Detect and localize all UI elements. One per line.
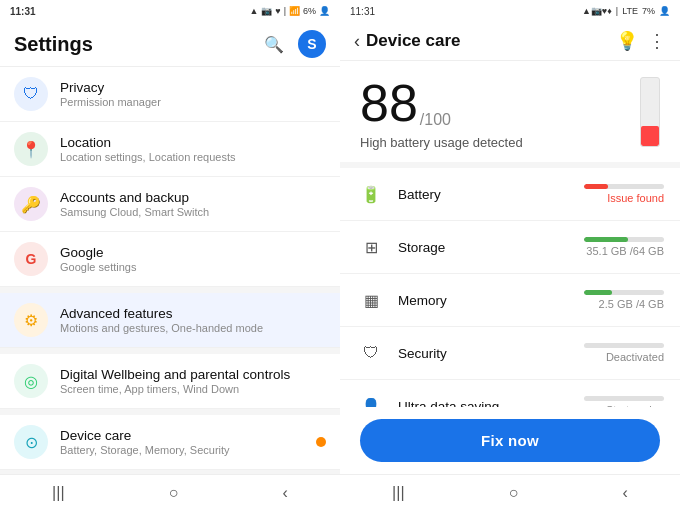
security-dc-right: Deactivated: [584, 343, 664, 363]
score-value: 88: [360, 74, 418, 132]
battery-dc-right: Issue found: [584, 184, 664, 204]
security-status: Deactivated: [606, 351, 664, 363]
dc-item-storage[interactable]: ⊞Storage35.1 GB /64 GB: [340, 221, 680, 274]
battery-dc-icon: 🔋: [356, 179, 386, 209]
dc-nav-back[interactable]: ‹: [613, 480, 638, 506]
more-icon[interactable]: ⋮: [648, 30, 666, 52]
security-dc-text: Security: [398, 346, 584, 361]
header-icons: 🔍 S: [260, 30, 326, 58]
profile-icon: 👤: [319, 6, 330, 16]
nav-home[interactable]: ○: [159, 480, 189, 506]
settings-item-accounts[interactable]: 🔑Accounts and backupSamsung Cloud, Smart…: [0, 177, 340, 232]
fix-now-button[interactable]: Fix now: [360, 419, 660, 462]
signal-icon: ▲: [249, 6, 258, 16]
camera-icon: 📷: [261, 6, 272, 16]
time-right: 11:31: [350, 6, 375, 17]
status-bar-right: 11:31 ▲📷♥♦ | LTE 7% 👤: [340, 0, 680, 22]
settings-item-devicecare[interactable]: ⊙Device careBattery, Storage, Memory, Se…: [0, 415, 340, 470]
settings-item-location[interactable]: 📍LocationLocation settings, Location req…: [0, 122, 340, 177]
nav-back[interactable]: ‹: [273, 480, 298, 506]
bulb-icon[interactable]: 💡: [616, 30, 638, 52]
storage-dc-text: Storage: [398, 240, 584, 255]
settings-item-advanced[interactable]: ⚙Advanced featuresMotions and gestures, …: [0, 293, 340, 348]
dc-item-memory[interactable]: ▦Memory2.5 GB /4 GB: [340, 274, 680, 327]
device-care-panel: 11:31 ▲📷♥♦ | LTE 7% 👤 ‹ Device care 💡 ⋮ …: [340, 0, 680, 510]
google-text: GoogleGoogle settings: [60, 245, 326, 273]
memory-bar: [584, 290, 664, 295]
battery-visual: [640, 77, 660, 147]
memory-dc-title: Memory: [398, 293, 584, 308]
sep: |: [284, 6, 286, 16]
search-button[interactable]: 🔍: [260, 30, 288, 58]
storage-dc-icon: ⊞: [356, 232, 386, 262]
lte-icon: LTE: [622, 6, 638, 16]
settings-panel: 11:31 ▲ 📷 ♥ | 📶 6% 👤 Settings 🔍 S 🛡Priva…: [0, 0, 340, 510]
dc-item-battery[interactable]: 🔋BatteryIssue found: [340, 168, 680, 221]
dc-nav-recents[interactable]: |||: [382, 480, 414, 506]
memory-dc-icon: ▦: [356, 285, 386, 315]
settings-item-wellbeing[interactable]: ◎Digital Wellbeing and parental controls…: [0, 354, 340, 409]
score-area: 88/100 High battery usage detected: [340, 61, 680, 162]
score-display: 88/100: [360, 77, 523, 129]
score-denom: /100: [420, 111, 451, 128]
notification-dot: [316, 437, 326, 447]
battery-dc-text: Battery: [398, 187, 584, 202]
dc-item-ultra[interactable]: 👤Ultra data savingStart saving: [340, 380, 680, 407]
google-subtitle: Google settings: [60, 261, 326, 273]
security-dc-title: Security: [398, 346, 584, 361]
memory-status: 2.5 GB /4 GB: [599, 298, 664, 310]
dc-nav-home[interactable]: ○: [499, 480, 529, 506]
wellbeing-text: Digital Wellbeing and parental controlsS…: [60, 367, 326, 395]
memory-dc-right: 2.5 GB /4 GB: [584, 290, 664, 310]
battery-fill: [641, 126, 659, 146]
battery-right: 7%: [642, 6, 655, 16]
settings-item-google[interactable]: GGoogleGoogle settings: [0, 232, 340, 287]
privacy-subtitle: Permission manager: [60, 96, 326, 108]
left-nav-bar: ||| ○ ‹: [0, 474, 340, 510]
devicecare-text: Device careBattery, Storage, Memory, Sec…: [60, 428, 326, 456]
devicecare-icon: ⊙: [14, 425, 48, 459]
privacy-text: PrivacyPermission manager: [60, 80, 326, 108]
google-icon: G: [14, 242, 48, 276]
wifi-icon: 📶: [289, 6, 300, 16]
fix-now-area: Fix now: [340, 407, 680, 474]
battery-bar: [584, 184, 664, 189]
devicecare-subtitle: Battery, Storage, Memory, Security: [60, 444, 326, 456]
dc-item-security[interactable]: 🛡SecurityDeactivated: [340, 327, 680, 380]
settings-list: 🛡PrivacyPermission manager📍LocationLocat…: [0, 67, 340, 474]
location-text: LocationLocation settings, Location requ…: [60, 135, 326, 163]
wellbeing-title: Digital Wellbeing and parental controls: [60, 367, 326, 382]
ultra-bar: [584, 396, 664, 401]
settings-header: Settings 🔍 S: [0, 22, 340, 67]
dc-items-list: 🔋BatteryIssue found⊞Storage35.1 GB /64 G…: [340, 168, 680, 407]
storage-dc-title: Storage: [398, 240, 584, 255]
user-avatar[interactable]: S: [298, 30, 326, 58]
score-message: High battery usage detected: [360, 135, 523, 150]
wellbeing-icon: ◎: [14, 364, 48, 398]
accounts-icon: 🔑: [14, 187, 48, 221]
storage-dc-right: 35.1 GB /64 GB: [584, 237, 664, 257]
advanced-subtitle: Motions and gestures, One-handed mode: [60, 322, 326, 334]
heart-icon: ♥: [275, 6, 280, 16]
back-arrow-icon: ‹: [354, 31, 360, 52]
right-nav-bar: ||| ○ ‹: [340, 474, 680, 510]
sep-right: |: [616, 6, 618, 16]
battery-status: Issue found: [607, 192, 664, 204]
security-dc-icon: 🛡: [356, 338, 386, 368]
advanced-text: Advanced featuresMotions and gestures, O…: [60, 306, 326, 334]
location-title: Location: [60, 135, 326, 150]
storage-status: 35.1 GB /64 GB: [586, 245, 664, 257]
settings-item-privacy[interactable]: 🛡PrivacyPermission manager: [0, 67, 340, 122]
ultra-dc-right: Start saving: [584, 396, 664, 407]
advanced-title: Advanced features: [60, 306, 326, 321]
back-button[interactable]: ‹ Device care: [354, 31, 461, 52]
status-icons-right: ▲📷♥♦ | LTE 7% 👤: [582, 6, 670, 16]
location-subtitle: Location settings, Location requests: [60, 151, 326, 163]
user-icon-right: 👤: [659, 6, 670, 16]
battery-pct-left: 6%: [303, 6, 316, 16]
settings-title: Settings: [14, 33, 93, 56]
accounts-title: Accounts and backup: [60, 190, 326, 205]
nav-recents[interactable]: |||: [42, 480, 74, 506]
ultra-dc-icon: 👤: [356, 391, 386, 407]
ultra-dc-title: Ultra data saving: [398, 399, 584, 408]
